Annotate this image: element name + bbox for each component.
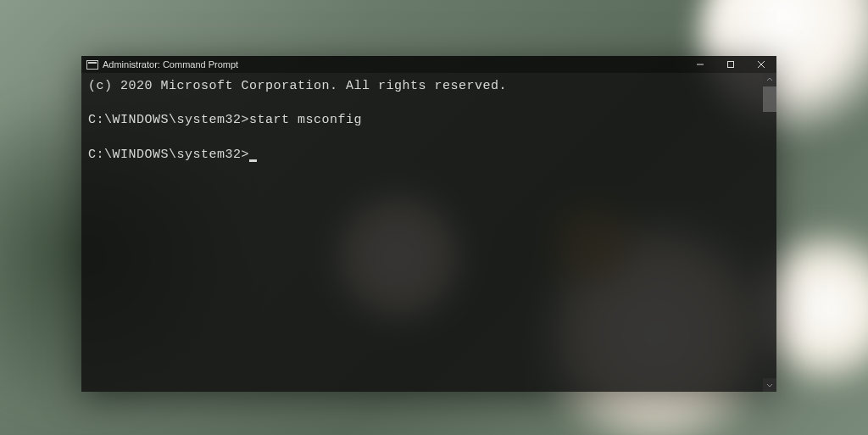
window-controls [685, 56, 776, 73]
cmd-icon [86, 60, 98, 70]
window-title: Administrator: Command Prompt [103, 59, 238, 70]
chevron-up-icon [766, 76, 773, 83]
command-line-1: C:\WINDOWS\system32>start msconfig [88, 112, 770, 129]
terminal-body[interactable]: (c) 2020 Microsoft Corporation. All righ… [81, 73, 776, 392]
blank-line [88, 95, 770, 112]
command-input-1: start msconfig [249, 112, 362, 129]
prompt-1: C:\WINDOWS\system32> [88, 112, 249, 129]
scroll-thumb[interactable] [763, 86, 776, 112]
blank-line [88, 130, 770, 147]
maximize-icon [726, 60, 735, 69]
copyright-line: (c) 2020 Microsoft Corporation. All righ… [88, 78, 770, 95]
titlebar[interactable]: Administrator: Command Prompt [81, 56, 776, 73]
scroll-down-button[interactable] [763, 378, 776, 392]
minimize-button[interactable] [685, 56, 715, 73]
command-line-2: C:\WINDOWS\system32> [88, 147, 770, 164]
titlebar-left: Administrator: Command Prompt [86, 59, 238, 70]
scroll-up-button[interactable] [763, 73, 776, 86]
chevron-down-icon [766, 382, 773, 388]
scrollbar[interactable] [763, 73, 776, 392]
close-icon [757, 60, 765, 69]
svg-rect-1 [728, 62, 734, 68]
command-prompt-window: Administrator: Command Prompt (c) 2020 M… [81, 56, 776, 392]
prompt-2: C:\WINDOWS\system32> [88, 147, 249, 164]
minimize-icon [696, 60, 704, 69]
maximize-button[interactable] [715, 56, 746, 73]
cursor [249, 159, 257, 162]
close-button[interactable] [746, 56, 776, 73]
